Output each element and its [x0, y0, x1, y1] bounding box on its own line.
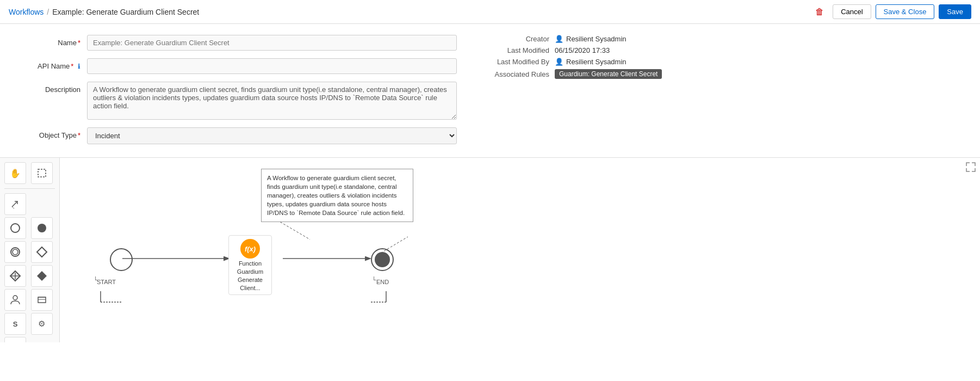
metadata-panel: Creator 👤 Resilient Sysadmin Last Modifi… [479, 35, 663, 152]
save-button[interactable]: Save [939, 4, 971, 19]
name-row: Name* [22, 35, 457, 51]
associated-rules-row: Associated Rules Guardium: Generate Clie… [479, 69, 663, 79]
form-area: Name* API Name* ℹ example_generate_guard… [0, 24, 980, 157]
api-name-row: API Name* ℹ example_generate_guardium_cl… [22, 58, 457, 74]
meta-table: Creator 👤 Resilient Sysadmin Last Modifi… [479, 35, 663, 79]
delete-button[interactable]: 🗑 [811, 5, 828, 19]
last-modified-by-key: Last Modified By [479, 58, 555, 66]
last-modified-by-person-icon: 👤 [555, 58, 563, 66]
last-modified-key: Last Modified [479, 46, 555, 54]
hand-tool[interactable]: ✋ [4, 162, 26, 184]
diamond-empty-tool[interactable] [31, 241, 53, 263]
start-bracket: └ [94, 276, 98, 283]
start-node[interactable] [108, 246, 135, 275]
description-row: Description A Workflow to generate guard… [22, 82, 457, 120]
node-label-line1: Function [239, 260, 262, 267]
description-input[interactable]: A Workflow to generate guardium client s… [87, 82, 457, 120]
svg-line-2 [12, 207, 14, 208]
associated-rules-badge: Guardium: Generate Client Secret [555, 69, 662, 79]
last-modified-value: 06/15/2020 17:33 [555, 46, 610, 54]
diamond-plus-tool[interactable] [4, 265, 26, 287]
canvas-container: ✋ S ⚙ f( [0, 157, 980, 342]
api-name-info-icon[interactable]: ℹ [78, 63, 80, 70]
api-name-input[interactable]: example_generate_guardium_client_secret [87, 58, 457, 74]
svg-rect-0 [38, 169, 46, 177]
cancel-button[interactable]: Cancel [833, 4, 871, 19]
canvas-svg [60, 158, 980, 342]
person-tool[interactable] [4, 289, 26, 311]
svg-point-4 [38, 224, 46, 232]
start-label: START [97, 279, 116, 285]
breadcrumb: Workflows / Example: Generate Guardium C… [9, 8, 199, 16]
api-name-label: API Name* ℹ [22, 58, 87, 70]
creator-person-icon: 👤 [555, 35, 563, 43]
coin-tool[interactable]: S [4, 313, 26, 335]
creator-key: Creator [479, 35, 555, 43]
name-required: * [78, 39, 80, 47]
object-type-label: Object Type* [22, 127, 87, 139]
breadcrumb-separator: / [47, 8, 49, 16]
circle-empty-tool[interactable] [4, 217, 26, 239]
svg-marker-7 [37, 247, 47, 257]
header: Workflows / Example: Generate Guardium C… [0, 0, 980, 24]
object-type-row: Object Type* Incident Task Artifact [22, 127, 457, 144]
svg-point-12 [13, 296, 17, 300]
breadcrumb-current: Example: Generate Guardium Client Secret [52, 8, 199, 16]
gear-tool[interactable]: ⚙ [31, 313, 53, 335]
annotation-text: A Workflow to generate guardium client s… [267, 175, 405, 216]
object-type-select[interactable]: Incident Task Artifact [87, 127, 457, 144]
arrow-tool[interactable] [4, 193, 26, 215]
svg-point-26 [375, 252, 390, 267]
annotation-box: A Workflow to generate guardium client s… [261, 169, 413, 222]
associated-rules-value: Guardium: Generate Client Secret [555, 69, 662, 79]
node-label-line4: Client... [240, 285, 260, 291]
object-type-required: * [78, 131, 80, 139]
circle-filled-tool[interactable] [31, 217, 53, 239]
associated-rules-key: Associated Rules [479, 70, 555, 78]
name-input[interactable] [87, 35, 457, 51]
node-label-line2: Guardium [237, 268, 263, 275]
svg-point-6 [13, 249, 18, 255]
func-icon: f(x) [240, 239, 260, 259]
api-name-required: * [71, 62, 73, 70]
diamond-filled-tool[interactable] [31, 265, 53, 287]
last-modified-by-row: Last Modified By 👤 Resilient Sysadmin [479, 58, 663, 66]
node-label-line3: Generate [238, 276, 263, 283]
creator-row: Creator 👤 Resilient Sysadmin [479, 35, 663, 43]
svg-point-24 [110, 249, 132, 271]
name-label: Name* [22, 35, 87, 47]
select-tool[interactable] [31, 162, 53, 184]
description-label: Description [22, 82, 87, 94]
header-actions: 🗑 Cancel Save & Close Save [811, 4, 971, 19]
end-label: END [376, 279, 389, 285]
expand-button[interactable] [966, 162, 976, 175]
svg-marker-11 [37, 271, 47, 281]
function-node[interactable]: f(x) Function Guardium Generate Client..… [228, 235, 272, 295]
form-left: Name* API Name* ℹ example_generate_guard… [22, 35, 457, 152]
box-tool[interactable] [31, 289, 53, 311]
circle-double-tool[interactable] [4, 241, 26, 263]
save-close-button[interactable]: Save & Close [876, 4, 935, 19]
creator-value: 👤 Resilient Sysadmin [555, 35, 627, 43]
end-node[interactable] [369, 246, 396, 275]
svg-rect-13 [38, 297, 46, 303]
svg-point-3 [11, 224, 20, 232]
workflows-link[interactable]: Workflows [9, 8, 44, 16]
func-tool[interactable]: f(x) [4, 337, 26, 342]
tools-panel: ✋ S ⚙ f( [0, 158, 60, 342]
last-modified-row: Last Modified 06/15/2020 17:33 [479, 46, 663, 54]
last-modified-by-value: 👤 Resilient Sysadmin [555, 58, 627, 66]
workflow-canvas[interactable]: A Workflow to generate guardium client s… [60, 158, 980, 342]
svg-line-1 [12, 201, 17, 207]
end-bracket: └ [372, 276, 376, 283]
